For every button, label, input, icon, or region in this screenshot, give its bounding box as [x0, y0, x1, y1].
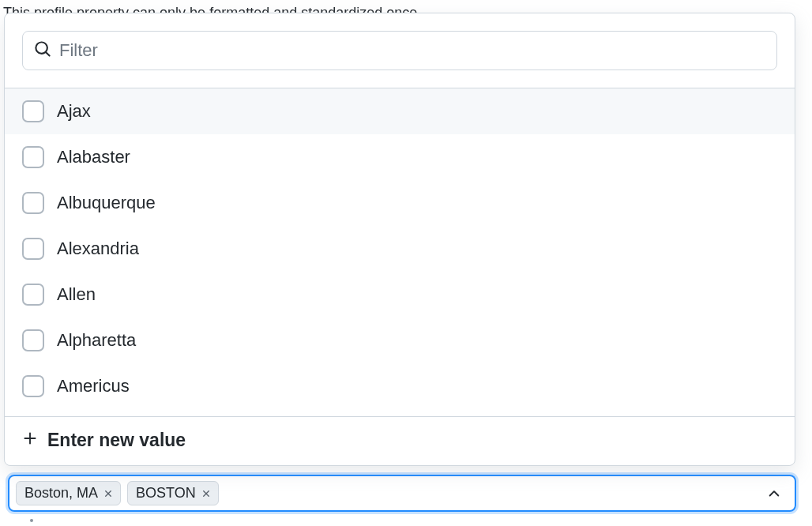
- chip-remove-icon[interactable]: [103, 488, 114, 499]
- checkbox[interactable]: [22, 284, 44, 306]
- chip: BOSTON: [127, 481, 219, 505]
- option-label: Ajax: [57, 101, 91, 122]
- enter-new-value-button[interactable]: Enter new value: [5, 416, 795, 465]
- checkbox[interactable]: [22, 192, 44, 214]
- chevron-up-icon[interactable]: [766, 486, 782, 502]
- multi-select-input[interactable]: Boston, MA BOSTON: [8, 475, 796, 512]
- chip-label: Boston, MA: [24, 485, 98, 502]
- checkbox[interactable]: [22, 238, 44, 260]
- option-list[interactable]: Ajax Alabaster Albuquerque Alexandria Al…: [5, 88, 795, 416]
- filter-area: [5, 13, 795, 88]
- filter-input[interactable]: [59, 40, 765, 61]
- checkbox[interactable]: [22, 329, 44, 351]
- option-label: Alabaster: [57, 147, 130, 167]
- plus-icon: [22, 430, 47, 451]
- search-icon: [34, 40, 51, 61]
- checkbox[interactable]: [22, 146, 44, 168]
- option-label: Allen: [57, 284, 96, 305]
- option-label: Alexandria: [57, 239, 139, 259]
- chip-remove-icon[interactable]: [201, 488, 212, 499]
- enter-new-label: Enter new value: [47, 430, 186, 451]
- dropdown-panel: Ajax Alabaster Albuquerque Alexandria Al…: [4, 13, 795, 466]
- chip-label: BOSTON: [136, 485, 196, 502]
- bullet-icon: [30, 519, 33, 522]
- option-item[interactable]: Ajax: [5, 88, 795, 134]
- option-item[interactable]: Alabaster: [5, 134, 795, 180]
- option-item[interactable]: Alexandria: [5, 226, 795, 272]
- checkbox[interactable]: [22, 100, 44, 122]
- option-label: Americus: [57, 376, 130, 396]
- option-label: Albuquerque: [57, 193, 156, 213]
- filter-input-wrapper[interactable]: [22, 31, 777, 70]
- option-item[interactable]: Alpharetta: [5, 317, 795, 363]
- chip: Boston, MA: [16, 481, 121, 505]
- checkbox[interactable]: [22, 375, 44, 397]
- option-item[interactable]: Americus: [5, 363, 795, 409]
- option-item[interactable]: Albuquerque: [5, 180, 795, 226]
- option-label: Alpharetta: [57, 330, 136, 351]
- option-item[interactable]: Allen: [5, 272, 795, 317]
